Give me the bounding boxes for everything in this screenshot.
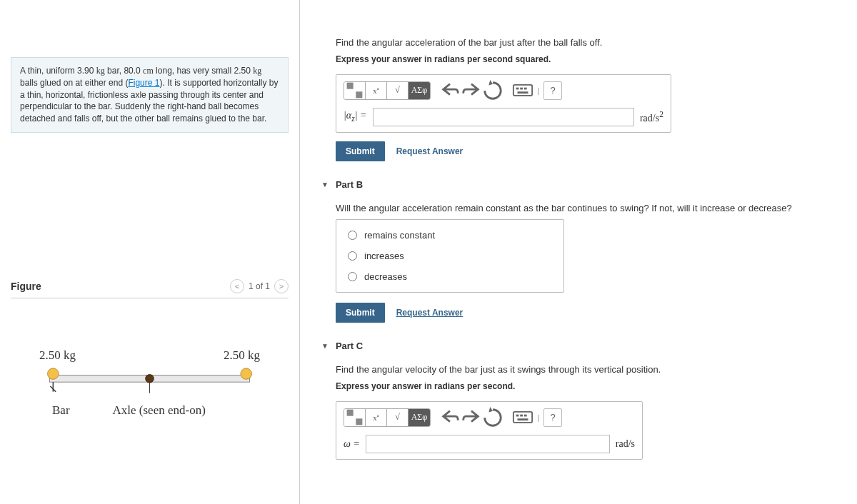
svg-rect-8 <box>356 91 362 98</box>
divider: | <box>533 408 543 427</box>
svg-rect-20 <box>518 418 528 420</box>
keyboard-button[interactable] <box>512 81 533 100</box>
template-button[interactable] <box>344 409 366 426</box>
divider: | <box>533 81 543 100</box>
part-b-question: Will the angular acceleration remain con… <box>336 201 836 216</box>
template-button[interactable] <box>344 82 366 99</box>
redo-button[interactable] <box>461 408 482 427</box>
svg-point-3 <box>146 375 154 383</box>
fraction-button[interactable]: xa <box>366 82 387 99</box>
svg-rect-16 <box>513 412 532 423</box>
figure-link[interactable]: Figure 1 <box>128 78 159 88</box>
option-remains-constant[interactable]: remains constant <box>348 230 552 241</box>
svg-rect-12 <box>524 88 527 90</box>
problem-statement: A thin, uniform 3.90 kg bar, 80.0 cm lon… <box>11 57 289 133</box>
svg-rect-13 <box>518 91 528 94</box>
greek-button[interactable]: ΑΣφ <box>409 82 430 99</box>
caret-down-icon: ▼ <box>321 342 329 350</box>
figure-prev-button[interactable]: < <box>230 279 244 293</box>
svg-rect-10 <box>516 88 519 90</box>
reset-button[interactable] <box>482 81 503 100</box>
figure-diagram: 2.50 kg 2.50 kg Bar Axle (seen end-on) <box>11 348 289 418</box>
part-c-header[interactable]: ▼ Part C <box>321 341 836 351</box>
svg-rect-14 <box>347 410 354 416</box>
part-a-instruction: Express your answer in radians per secon… <box>336 54 836 64</box>
radio-increases[interactable] <box>348 251 357 261</box>
redo-button[interactable] <box>461 81 482 100</box>
figure-next-button[interactable]: > <box>274 279 289 293</box>
fraction-button[interactable]: xa <box>366 409 387 426</box>
part-a-unit: rad/s2 <box>640 110 663 124</box>
option-increases[interactable]: increases <box>348 251 552 261</box>
radio-decreases[interactable] <box>348 272 357 281</box>
part-c-instruction: Express your answer in radians per secon… <box>336 381 836 391</box>
undo-button[interactable] <box>439 408 461 427</box>
part-c-answer-input[interactable] <box>366 435 610 453</box>
undo-button[interactable] <box>439 81 461 100</box>
part-c-var-label: ω = <box>344 438 360 450</box>
svg-rect-15 <box>356 418 362 425</box>
part-b-request-answer[interactable]: Request Answer <box>396 308 463 318</box>
part-b-submit-button[interactable]: Submit <box>336 303 385 323</box>
svg-rect-17 <box>516 415 519 417</box>
greek-button[interactable]: ΑΣφ <box>409 409 430 426</box>
part-c-question: Find the angular velocity of the bar jus… <box>336 363 836 377</box>
part-b-options: remains constant increases decreases <box>336 219 564 293</box>
sqrt-button[interactable]: √ <box>387 409 409 426</box>
sqrt-button[interactable]: √ <box>387 82 409 99</box>
svg-rect-7 <box>347 83 354 89</box>
part-c-answer-box: xa √ ΑΣφ | <box>336 401 643 460</box>
svg-rect-19 <box>524 415 527 417</box>
svg-point-1 <box>48 368 59 379</box>
part-a-submit-button[interactable]: Submit <box>336 141 385 161</box>
svg-point-2 <box>241 368 251 379</box>
reset-button[interactable] <box>482 408 503 427</box>
svg-rect-11 <box>520 88 523 90</box>
figure-title: Figure <box>11 281 41 292</box>
part-a-var-label: |αz| = <box>344 110 367 124</box>
help-button[interactable]: ? <box>543 81 562 100</box>
part-a-answer-box: xa √ ΑΣφ | <box>336 74 671 133</box>
keyboard-button[interactable] <box>512 408 533 427</box>
figure-count: 1 of 1 <box>249 281 270 291</box>
caret-down-icon: ▼ <box>321 181 329 188</box>
part-a-answer-input[interactable] <box>373 108 634 126</box>
help-button[interactable]: ? <box>543 408 562 427</box>
part-a-request-answer[interactable]: Request Answer <box>396 146 463 156</box>
svg-rect-9 <box>513 85 532 96</box>
part-b-header[interactable]: ▼ Part B <box>321 179 836 190</box>
radio-remains-constant[interactable] <box>348 231 357 240</box>
part-a-question: Find the angular acceleration of the bar… <box>336 36 836 50</box>
option-decreases[interactable]: decreases <box>348 271 552 282</box>
part-c-unit: rad/s <box>616 438 635 450</box>
svg-rect-18 <box>520 415 523 417</box>
